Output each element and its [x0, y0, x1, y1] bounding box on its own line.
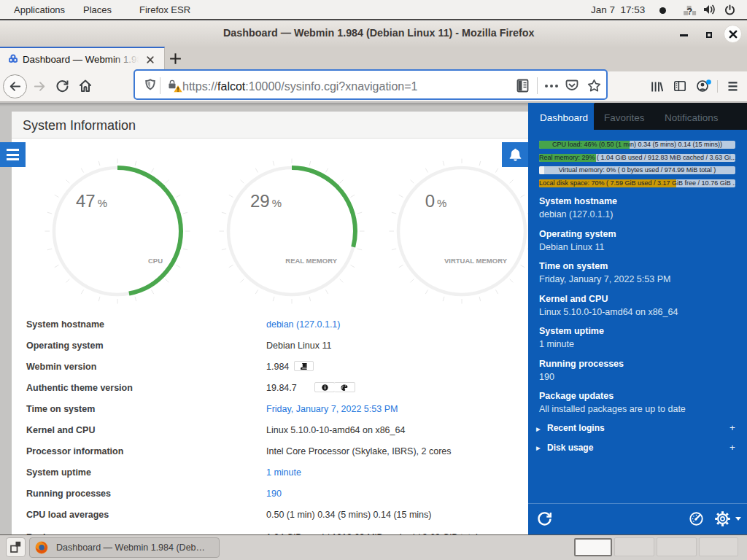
svg-text:?: ? — [686, 6, 692, 16]
svg-text:0%: 0% — [425, 191, 447, 211]
svg-text:VIRTUAL MEMORY: VIRTUAL MEMORY — [444, 257, 508, 265]
svg-text:REAL MEMORY: REAL MEMORY — [285, 257, 337, 265]
svg-text:CPU: CPU — [148, 257, 163, 265]
svg-text:47%: 47% — [76, 191, 107, 211]
svg-text:29%: 29% — [250, 191, 282, 211]
